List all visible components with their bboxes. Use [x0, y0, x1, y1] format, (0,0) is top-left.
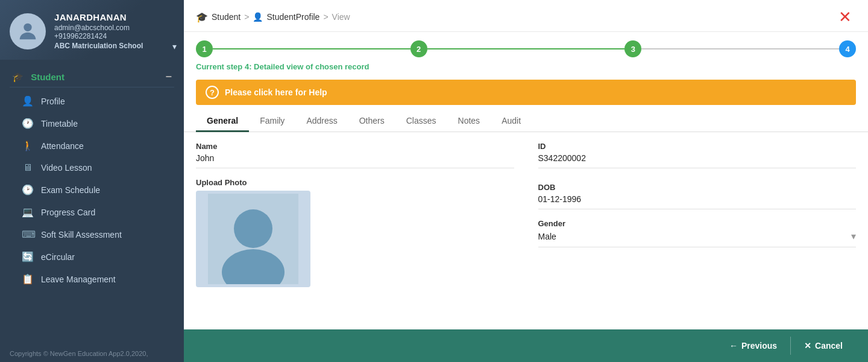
sidebar-item-attendance[interactable]: 🚶 Attendance	[0, 135, 184, 157]
sidebar-item-soft-skill[interactable]: ⌨ Soft Skill Assessment	[0, 223, 184, 246]
profile-breadcrumb-icon: 👤	[253, 12, 263, 22]
stepper-area: 1 2 3 4 Current step 4: Detailed view of…	[184, 32, 868, 77]
previous-label: Previous	[741, 341, 777, 351]
sidebar-item-ecircular[interactable]: 🔄 eCircular	[0, 246, 184, 268]
name-value: John	[196, 153, 514, 168]
sidebar-item-label: Exam Schedule	[41, 185, 100, 195]
photo-box[interactable]	[196, 191, 310, 287]
sidebar: JANARDHANAN admin@abcschool.com +9199622…	[0, 0, 184, 362]
breadcrumb-profile[interactable]: StudentProfile	[266, 12, 319, 22]
timetable-icon: 🕐	[22, 118, 34, 129]
ecircular-icon: 🔄	[22, 251, 34, 262]
help-icon: ?	[206, 86, 219, 99]
cancel-button[interactable]: ✕ Cancel	[791, 336, 856, 355]
tab-family[interactable]: Family	[249, 111, 295, 132]
tab-address[interactable]: Address	[295, 111, 348, 132]
photo-upload-area: Upload Photo	[196, 178, 514, 287]
section-label: Student	[31, 72, 64, 82]
svg-point-0	[24, 23, 31, 31]
graduation-icon: 🎓	[12, 72, 24, 82]
gender-label: Gender	[538, 219, 857, 228]
name-label: Name	[196, 142, 514, 151]
sidebar-header: JANARDHANAN admin@abcschool.com +9199622…	[0, 0, 184, 60]
step-4: 4	[839, 40, 856, 57]
user-school: ABC Matriculation School	[54, 42, 143, 50]
breadcrumb: 🎓 Student > 👤 StudentProfile > View	[196, 11, 350, 23]
tab-audit[interactable]: Audit	[491, 111, 532, 132]
dob-value: 01-12-1996	[538, 194, 857, 209]
form-content: Name John Upload Photo ID S342200002	[184, 132, 868, 329]
avatar	[10, 13, 46, 49]
tab-others[interactable]: Others	[348, 111, 395, 132]
sidebar-item-progress-card[interactable]: 💻 Progress Card	[0, 201, 184, 223]
topbar: 🎓 Student > 👤 StudentProfile > View ✕	[184, 0, 868, 32]
step-1: 1	[196, 40, 213, 57]
sidebar-item-label: Attendance	[41, 141, 84, 151]
sidebar-item-leave-management[interactable]: 📋 Leave Management	[0, 268, 184, 290]
id-value: S342200002	[538, 153, 857, 168]
sep1: >	[244, 12, 249, 22]
close-button[interactable]: ✕	[834, 6, 856, 28]
line-3-4	[641, 48, 839, 49]
dob-field-group: DOB 01-12-1996	[538, 183, 857, 209]
tabs-bar: General Family Address Others Classes No…	[184, 111, 868, 132]
stepper: 1 2 3 4	[196, 40, 856, 57]
sidebar-item-exam-schedule[interactable]: 🕑 Exam Schedule	[0, 179, 184, 201]
help-text: Please click here for Help	[225, 87, 327, 97]
name-field-group: Name John	[196, 142, 514, 168]
user-phone: +919962281424	[54, 32, 143, 40]
exam-icon: 🕑	[22, 184, 34, 195]
tab-general[interactable]: General	[196, 111, 249, 132]
step-2: 2	[410, 40, 427, 57]
chevron-down-icon[interactable]: ▾	[172, 42, 177, 51]
chevron-down-icon: ▾	[851, 230, 856, 242]
graduation-breadcrumb-icon: 🎓	[196, 11, 208, 23]
sidebar-item-label: Leave Management	[41, 275, 116, 284]
user-info: JANARDHANAN admin@abcschool.com +9199622…	[54, 12, 143, 50]
arrow-left-icon: ←	[729, 341, 738, 351]
help-bar[interactable]: ? Please click here for Help	[196, 80, 856, 105]
gender-select[interactable]: Male ▾	[538, 230, 857, 247]
leave-icon: 📋	[22, 273, 34, 285]
student-section-header[interactable]: 🎓 Student −	[0, 66, 184, 87]
bottom-bar: ← Previous ✕ Cancel	[184, 329, 868, 362]
attendance-icon: 🚶	[22, 140, 34, 151]
svg-point-2	[234, 209, 272, 248]
x-icon: ✕	[804, 341, 811, 351]
profile-icon: 👤	[22, 95, 34, 107]
sidebar-item-label: eCircular	[41, 252, 75, 262]
progress-icon: 💻	[22, 206, 34, 218]
username: JANARDHANAN	[54, 12, 143, 22]
sidebar-item-label: Timetable	[41, 119, 78, 129]
breadcrumb-student[interactable]: Student	[212, 12, 241, 22]
tab-notes[interactable]: Notes	[447, 111, 491, 132]
breadcrumb-view: View	[332, 12, 350, 22]
previous-button[interactable]: ← Previous	[716, 336, 790, 355]
sep2: >	[323, 12, 328, 22]
skill-icon: ⌨	[22, 229, 34, 240]
sidebar-item-profile[interactable]: 👤 Profile	[0, 90, 184, 112]
upload-label: Upload Photo	[196, 178, 514, 187]
sidebar-item-label: Soft Skill Assessment	[41, 230, 122, 240]
id-field-group: ID S342200002	[538, 142, 857, 168]
id-label: ID	[538, 142, 857, 151]
step-3: 3	[624, 40, 641, 57]
cancel-label: Cancel	[815, 341, 843, 351]
sidebar-item-label: Progress Card	[41, 208, 95, 217]
sidebar-nav: 🎓 Student − 👤 Profile 🕐 Timetable 🚶 Atte…	[0, 60, 184, 345]
video-icon: 🖥	[22, 162, 34, 173]
dob-label: DOB	[538, 183, 857, 192]
sidebar-footer: Copyrights © NewGen Education App2.0,202…	[0, 345, 184, 362]
gender-value: Male	[538, 232, 556, 241]
sidebar-item-label: Profile	[41, 97, 65, 106]
current-step-label: Current step 4: Detailed view of chosen …	[196, 62, 856, 71]
sidebar-item-video-lesson[interactable]: 🖥 Video Lesson	[0, 157, 184, 179]
main-content: 🎓 Student > 👤 StudentProfile > View ✕ 1 …	[184, 0, 868, 362]
left-column: Name John Upload Photo	[196, 142, 514, 329]
minus-icon: −	[165, 71, 172, 83]
user-email: admin@abcschool.com	[54, 24, 143, 32]
tab-classes[interactable]: Classes	[395, 111, 447, 132]
right-column: ID S342200002 DOB 01-12-1996 Gender Male…	[538, 142, 857, 329]
sidebar-item-timetable[interactable]: 🕐 Timetable	[0, 112, 184, 135]
gender-field-group: Gender Male ▾	[538, 219, 857, 247]
